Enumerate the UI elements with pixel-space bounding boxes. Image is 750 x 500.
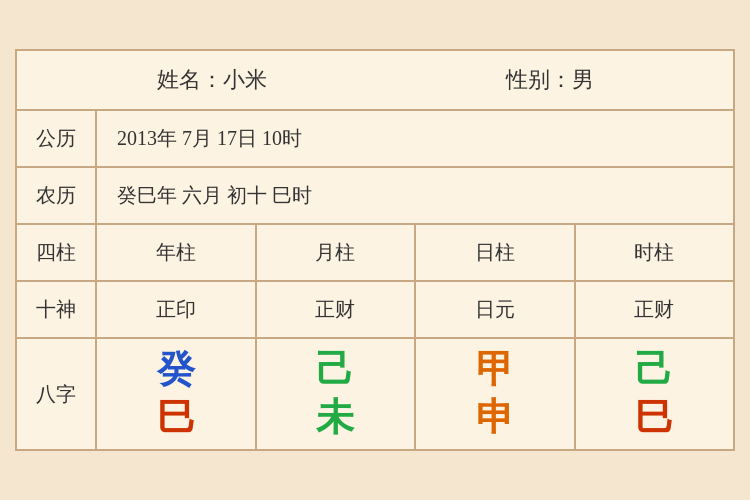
bazi-hour-top: 己 (635, 349, 673, 391)
shishen-label: 十神 (17, 282, 97, 337)
shishen-hour: 正财 (576, 282, 734, 337)
shishen-year: 正印 (97, 282, 257, 337)
bazi-day-top: 甲 (476, 349, 514, 391)
name-label: 姓名：小米 (157, 65, 267, 95)
bazi-month-top: 己 (316, 349, 354, 391)
lunar-row: 农历 癸巳年 六月 初十 巳时 (17, 168, 733, 225)
bazi-hour-pillar: 己 巳 (576, 339, 734, 449)
month-column-header: 月柱 (257, 225, 417, 280)
gregorian-row: 公历 2013年 7月 17日 10时 (17, 111, 733, 168)
columns-row: 四柱 年柱 月柱 日柱 时柱 (17, 225, 733, 282)
bazi-year-bottom: 巳 (157, 397, 195, 439)
bazi-year-pillar: 癸 巳 (97, 339, 257, 449)
bazi-hour-bottom: 巳 (635, 397, 673, 439)
bazi-label: 八字 (17, 339, 97, 449)
bazi-day-pillar: 甲 申 (416, 339, 576, 449)
bazi-day-bottom: 申 (476, 397, 514, 439)
gregorian-label: 公历 (17, 111, 97, 166)
bazi-year-top: 癸 (157, 349, 195, 391)
bazi-month-pillar: 己 未 (257, 339, 417, 449)
lunar-label: 农历 (17, 168, 97, 223)
lunar-value: 癸巳年 六月 初十 巳时 (97, 168, 733, 223)
shishen-month: 正财 (257, 282, 417, 337)
bazi-month-bottom: 未 (316, 397, 354, 439)
shishen-day: 日元 (416, 282, 576, 337)
shishen-row: 十神 正印 正财 日元 正财 (17, 282, 733, 339)
columns-label: 四柱 (17, 225, 97, 280)
gender-label: 性别：男 (506, 65, 594, 95)
main-table: 姓名：小米 性别：男 公历 2013年 7月 17日 10时 农历 癸巳年 六月… (15, 49, 735, 451)
hour-column-header: 时柱 (576, 225, 734, 280)
day-column-header: 日柱 (416, 225, 576, 280)
header-row: 姓名：小米 性别：男 (17, 51, 733, 111)
year-column-header: 年柱 (97, 225, 257, 280)
bazi-row: 八字 癸 巳 己 未 甲 申 己 巳 (17, 339, 733, 449)
gregorian-value: 2013年 7月 17日 10时 (97, 111, 733, 166)
